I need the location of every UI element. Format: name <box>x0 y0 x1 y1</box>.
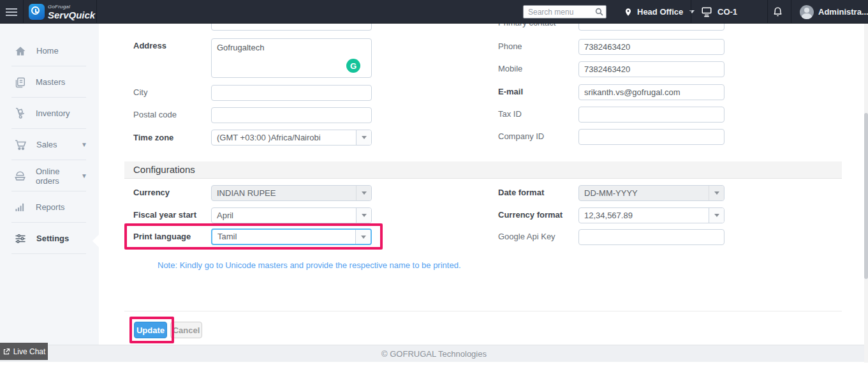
address-textarea[interactable]: Gofrugaltech <box>211 38 372 78</box>
header-divider <box>767 0 768 24</box>
sidebar: Home Masters Inventory Sales ▼ O <box>0 24 99 345</box>
currency-value: INDIAN RUPEE <box>212 186 356 200</box>
update-button[interactable]: Update <box>134 322 167 338</box>
unicode-note-text: Note: Kindly go to Unicode masters and p… <box>158 260 461 270</box>
brand-name: GoFrugal ServQuick <box>48 4 95 20</box>
scrollbar-thumb[interactable] <box>864 113 868 279</box>
fiscal-year-start-label: Fiscal year start <box>133 210 196 220</box>
email-input[interactable] <box>578 84 725 100</box>
dropdown-arrow-icon[interactable] <box>356 208 371 223</box>
date-format-value: DD-MM-YYYY <box>579 186 709 200</box>
email-label: E-mail <box>498 87 523 96</box>
notifications-button[interactable] <box>772 0 783 24</box>
terminal-label: CO-1 <box>717 7 737 17</box>
dropdown-arrow-icon[interactable] <box>356 130 371 145</box>
sidebar-item-reports[interactable]: Reports <box>0 191 99 223</box>
date-format-label: Date format <box>498 188 544 197</box>
city-input[interactable] <box>211 85 372 101</box>
fiscal-year-start-value: April <box>212 208 356 223</box>
sidebar-item-masters[interactable]: Masters <box>0 66 99 98</box>
search-icon <box>595 7 603 19</box>
sidebar-item-settings[interactable]: Settings <box>0 223 99 254</box>
header-divider <box>691 0 691 24</box>
currency-label: Currency <box>133 188 170 197</box>
postal-code-label: Postal code <box>133 110 177 119</box>
chevron-down-icon: ▼ <box>81 172 87 179</box>
google-api-key-input[interactable] <box>578 229 725 245</box>
postal-code-input[interactable] <box>211 107 372 123</box>
scrollbar-track[interactable] <box>864 24 868 363</box>
phone-input[interactable] <box>578 39 725 55</box>
top-header: GoFrugal ServQuick Head Office CO-1 <box>0 0 868 24</box>
reports-icon <box>14 202 26 213</box>
dropdown-arrow-icon[interactable] <box>709 208 724 223</box>
brand-top-text: GoFrugal <box>48 4 95 10</box>
currency-format-select[interactable]: 12,34,567.89 <box>578 207 725 223</box>
home-icon <box>14 45 27 57</box>
user-avatar <box>800 5 814 19</box>
store-selector[interactable]: Head Office <box>624 0 695 24</box>
location-pin-icon <box>624 6 633 18</box>
primary-contact-input[interactable] <box>578 24 725 31</box>
clock-logo-icon <box>29 4 45 20</box>
divider <box>124 311 842 311</box>
dropdown-arrow-icon[interactable] <box>355 230 371 244</box>
cart-icon <box>14 139 27 151</box>
sidebar-item-label: Online orders <box>36 167 71 186</box>
currency-select[interactable]: INDIAN RUPEE <box>211 185 372 201</box>
currency-format-label: Currency format <box>498 210 563 220</box>
address-label: Address <box>133 41 166 50</box>
inventory-icon <box>14 107 26 119</box>
terminal-selector[interactable]: CO-1 <box>700 0 737 24</box>
header-search <box>523 5 607 19</box>
print-language-label: Print language <box>133 232 191 241</box>
sidebar-item-label: Inventory <box>36 109 70 118</box>
sidebar-item-label: Home <box>36 46 59 56</box>
copyright-text: © GOFRUGAL Technologies <box>381 349 487 359</box>
dropdown-arrow-icon <box>709 186 724 200</box>
currency-format-value: 12,34,567.89 <box>579 208 709 223</box>
hamburger-menu-icon[interactable] <box>0 0 24 24</box>
tax-id-label: Tax ID <box>498 109 522 119</box>
grammarly-icon[interactable]: G <box>346 59 360 73</box>
company-name-input[interactable] <box>211 24 372 31</box>
city-label: City <box>133 87 147 97</box>
primary-contact-label: Primary contact <box>498 24 555 27</box>
settings-form: Primary contact Address Gofrugaltech G C… <box>99 24 864 345</box>
brand-bottom-text: ServQuick <box>48 10 95 20</box>
user-name-label: Administra... <box>818 7 868 17</box>
tax-id-input[interactable] <box>578 107 725 123</box>
terminal-icon <box>700 6 713 18</box>
sidebar-item-label: Sales <box>36 140 57 149</box>
sidebar-item-inventory[interactable]: Inventory <box>0 98 99 129</box>
footer: © GOFRUGAL Technologies <box>0 345 868 362</box>
servquick-app: GoFrugal ServQuick Head Office CO-1 <box>0 0 868 367</box>
sidebar-item-home[interactable]: Home <box>0 35 99 66</box>
live-chat-button[interactable]: Live Chat <box>0 343 48 360</box>
sidebar-item-label: Reports <box>36 202 65 212</box>
external-link-icon <box>3 348 10 356</box>
print-language-value: Tamil <box>212 230 355 244</box>
brand-logo[interactable]: GoFrugal ServQuick <box>24 0 97 24</box>
company-id-input[interactable] <box>578 129 725 145</box>
sidebar-item-online-orders[interactable]: Online orders ▼ <box>0 160 99 191</box>
cancel-button[interactable]: Cancel <box>170 322 202 338</box>
header-divider <box>791 0 791 24</box>
time-zone-value: (GMT +03:00 )Africa/Nairobi <box>212 130 356 145</box>
settings-sliders-icon <box>14 233 27 244</box>
chevron-down-icon: ▼ <box>81 141 87 148</box>
time-zone-label: Time zone <box>133 133 173 142</box>
search-input[interactable] <box>523 5 607 19</box>
fiscal-year-start-select[interactable]: April <box>211 207 372 223</box>
google-api-key-label: Google Api Key <box>498 232 555 241</box>
time-zone-select[interactable]: (GMT +03:00 )Africa/Nairobi <box>211 130 372 146</box>
store-selector-label: Head Office <box>637 7 683 17</box>
user-menu[interactable]: Administra... ∨ <box>800 0 868 24</box>
print-language-select[interactable]: Tamil <box>211 228 372 245</box>
online-orders-icon <box>14 170 26 182</box>
date-format-select[interactable]: DD-MM-YYYY <box>578 185 725 201</box>
sidebar-item-sales[interactable]: Sales ▼ <box>0 129 99 160</box>
mobile-label: Mobile <box>498 64 522 73</box>
company-id-label: Company ID <box>498 131 544 141</box>
mobile-input[interactable] <box>578 61 725 77</box>
